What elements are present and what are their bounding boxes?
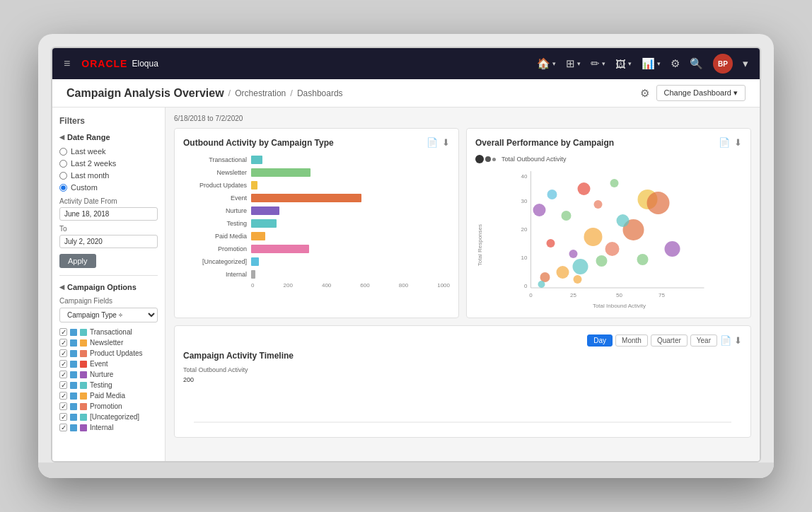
bar-track <box>251 244 450 254</box>
main-content: Filters ◀ Date Range Last week Last 2 we… <box>52 107 760 461</box>
date-range-section-header[interactable]: ◀ Date Range <box>59 133 158 141</box>
svg-point-33 <box>637 254 649 265</box>
campaign-label-product-updates: Product Updates <box>90 349 143 357</box>
swatch-nurture-1 <box>70 371 77 378</box>
bar-chart-card: Outbound Activity by Campaign Type 📄 ⬇ T… <box>174 128 459 318</box>
date-to-label: To <box>59 225 158 233</box>
edit-nav-btn[interactable]: ✏▾ <box>591 57 605 70</box>
home-nav-btn[interactable]: 🏠▾ <box>537 57 556 70</box>
scatter-chart-doc-icon[interactable]: 📄 <box>719 137 730 148</box>
campaign-checkbox-uncategorized[interactable]: ✓ <box>59 413 67 421</box>
campaign-checkbox-promotion[interactable]: ✓ <box>59 402 67 410</box>
campaign-checkbox-nurture[interactable]: ✓ <box>59 371 67 378</box>
campaign-item-newsletter: ✓ Newsletter <box>59 339 158 347</box>
breadcrumb-dashboards[interactable]: Dashboards <box>297 88 343 98</box>
svg-text:0: 0 <box>524 283 528 289</box>
svg-point-23 <box>533 204 546 216</box>
radio-last-week[interactable]: Last week <box>59 147 158 156</box>
radio-custom-input[interactable] <box>59 184 67 192</box>
svg-text:25: 25 <box>570 292 576 298</box>
sub-header-actions: ⚙ Change Dashboard ▾ <box>640 85 746 101</box>
bar-fill <box>251 257 259 266</box>
bar-label: Promotion <box>183 245 247 252</box>
change-dashboard-button[interactable]: Change Dashboard ▾ <box>656 85 746 101</box>
campaign-type-select[interactable]: Campaign Type ÷ <box>59 308 158 322</box>
swatch-transactional-1 <box>70 329 77 336</box>
breadcrumb-sep-1: / <box>228 88 231 98</box>
swatch-promotion-2 <box>80 403 87 410</box>
swatch-testing-2 <box>80 382 87 389</box>
bar-row: Paid Media <box>183 231 450 241</box>
scatter-legend-circles <box>475 155 496 163</box>
date-to-input[interactable] <box>59 235 158 248</box>
search-nav-btn[interactable]: 🔍 <box>690 57 703 70</box>
campaign-checkbox-paid-media[interactable]: ✓ <box>59 392 67 400</box>
top-nav: ≡ ORACLE Eloqua 🏠▾ ⊞▾ ✏▾ 🖼▾ 📊▾ ⚙ 🔍 BP ▾ <box>52 48 760 79</box>
chart-nav-btn[interactable]: 📊▾ <box>642 57 661 70</box>
campaign-checkbox-newsletter[interactable]: ✓ <box>59 339 67 347</box>
dashboard-gear-icon[interactable]: ⚙ <box>640 87 649 100</box>
legend-circle-small <box>492 158 496 161</box>
timeline-doc-icon[interactable]: 📄 <box>720 335 731 346</box>
breadcrumb-orchestration[interactable]: Orchestration <box>235 88 286 98</box>
grid-nav-btn[interactable]: ⊞▾ <box>566 57 581 70</box>
radio-last-2-weeks-input[interactable] <box>59 160 67 168</box>
laptop-base <box>38 462 774 478</box>
bar-row: Newsletter <box>183 168 450 178</box>
campaign-checkbox-event[interactable]: ✓ <box>59 360 67 368</box>
page-title: Campaign Analysis Overview <box>66 87 224 100</box>
campaign-checkbox-internal[interactable]: ✓ <box>59 424 67 431</box>
svg-point-24 <box>594 200 603 209</box>
avatar-caret[interactable]: ▾ <box>743 57 748 70</box>
campaign-item-internal: ✓ Internal <box>59 424 158 431</box>
timeline-download-icon[interactable]: ⬇ <box>734 335 742 346</box>
settings-nav-btn[interactable]: ⚙ <box>671 57 680 70</box>
time-btn-year[interactable]: Year <box>690 334 717 347</box>
bar-label: Newsletter <box>183 169 247 176</box>
bar-track <box>251 168 450 178</box>
radio-last-month[interactable]: Last month <box>59 171 158 180</box>
swatch-internal-2 <box>80 424 87 431</box>
swatch-internal-1 <box>70 424 77 431</box>
bar-chart-download-icon[interactable]: ⬇ <box>442 137 450 148</box>
hamburger-icon[interactable]: ≡ <box>64 57 70 70</box>
radio-last-week-label: Last week <box>71 147 106 156</box>
breadcrumb: Campaign Analysis Overview / Orchestrati… <box>66 87 343 100</box>
bar-fill <box>251 206 279 215</box>
scatter-chart-download-icon[interactable]: ⬇ <box>734 137 742 148</box>
radio-last-week-input[interactable] <box>59 148 67 156</box>
swatch-paid-media-2 <box>80 392 87 400</box>
svg-point-13 <box>557 266 569 279</box>
date-from-input[interactable] <box>59 207 158 221</box>
svg-point-32 <box>665 241 680 257</box>
nav-logo: ORACLE Eloqua <box>81 58 158 69</box>
radio-last-month-input[interactable] <box>59 172 67 180</box>
campaign-options-section-header[interactable]: ◀ Campaign Options <box>59 283 158 291</box>
filters-title: Filters <box>59 116 158 126</box>
campaign-checkbox-product-updates[interactable]: ✓ <box>59 349 67 357</box>
apply-button[interactable]: Apply <box>59 254 96 268</box>
campaign-label-internal: Internal <box>90 424 113 431</box>
svg-point-30 <box>538 281 545 288</box>
image-nav-btn[interactable]: 🖼▾ <box>615 58 632 70</box>
bar-row: Nurture <box>183 206 450 216</box>
user-avatar[interactable]: BP <box>713 54 733 74</box>
time-btn-day[interactable]: Day <box>587 334 613 347</box>
svg-text:50: 50 <box>616 292 622 298</box>
radio-custom[interactable]: Custom <box>59 183 158 192</box>
bar-row: Transactional <box>183 155 450 165</box>
swatch-newsletter-1 <box>70 339 77 347</box>
swatch-event-1 <box>70 361 77 368</box>
campaign-options-arrow: ◀ <box>59 284 64 291</box>
time-btn-month[interactable]: Month <box>615 334 648 347</box>
time-btn-quarter[interactable]: Quarter <box>651 334 688 347</box>
svg-point-28 <box>610 179 619 187</box>
bar-track <box>251 180 450 190</box>
bar-chart-doc-icon[interactable]: 📄 <box>427 137 438 148</box>
scatter-chart-card: Overall Performance by Campaign 📄 ⬇ <box>466 128 751 318</box>
svg-point-27 <box>578 182 591 195</box>
campaign-checkbox-testing[interactable]: ✓ <box>59 381 67 389</box>
timeline-header: Day Month Quarter Year 📄 ⬇ <box>183 334 742 347</box>
radio-last-2-weeks[interactable]: Last 2 weeks <box>59 159 158 168</box>
campaign-checkbox-transactional[interactable]: ✓ <box>59 328 67 336</box>
